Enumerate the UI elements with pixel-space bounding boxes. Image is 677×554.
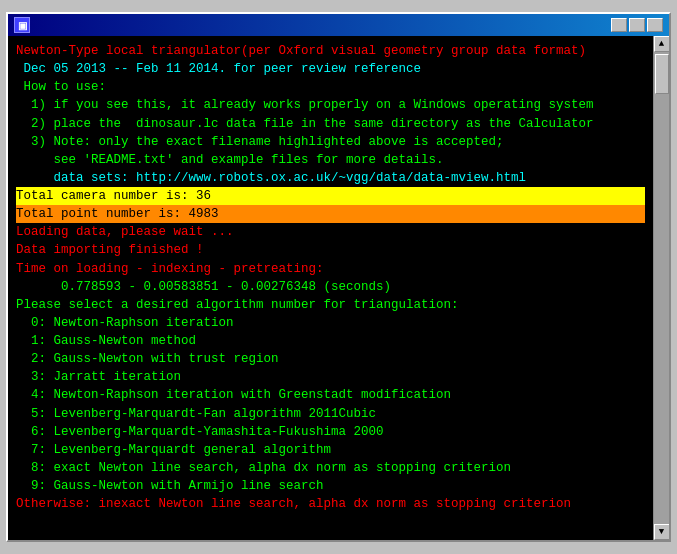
terminal-line: Please select a desired algorithm number… [16, 296, 645, 314]
terminal-line: see 'README.txt' and example files for m… [16, 151, 645, 169]
maximize-button[interactable] [629, 18, 645, 32]
terminal-line: 6: Levenberg-Marquardt-Yamashita-Fukushi… [16, 423, 645, 441]
title-bar-left: ▣ [14, 17, 34, 33]
terminal-line: Time on loading - indexing - pretreating… [16, 260, 645, 278]
scrollbar[interactable]: ▲ ▼ [653, 36, 669, 540]
terminal-line: 5: Levenberg-Marquardt-Fan algorithm 201… [16, 405, 645, 423]
minimize-button[interactable] [611, 18, 627, 32]
scroll-track[interactable] [654, 52, 669, 524]
terminal-line: 2) place the dinosaur.lc data file in th… [16, 115, 645, 133]
scroll-down-button[interactable]: ▼ [654, 524, 670, 540]
terminal-line: Newton-Type local triangulator(per Oxfor… [16, 42, 645, 60]
terminal-line: 2: Gauss-Newton with trust region [16, 350, 645, 368]
terminal-line: 7: Levenberg-Marquardt general algorithm [16, 441, 645, 459]
terminal-line: Otherwise: inexact Newton line search, a… [16, 495, 645, 513]
terminal-line: 0: Newton-Raphson iteration [16, 314, 645, 332]
scroll-thumb[interactable] [655, 54, 669, 94]
terminal-line: 3) Note: only the exact filename highlig… [16, 133, 645, 151]
terminal-line: 3: Jarratt iteration [16, 368, 645, 386]
content-area: Newton-Type local triangulator(per Oxfor… [8, 36, 669, 540]
terminal-line: Loading data, please wait ... [16, 223, 645, 241]
main-window: ▣ Newton-Type local triangulator(per Oxf… [6, 12, 671, 542]
terminal-line: Data importing finished ! [16, 241, 645, 259]
terminal-line: 0.778593 - 0.00583851 - 0.00276348 (seco… [16, 278, 645, 296]
close-button[interactable] [647, 18, 663, 32]
terminal-line: 4: Newton-Raphson iteration with Greenst… [16, 386, 645, 404]
terminal-line: data sets: http://www.robots.ox.ac.uk/~v… [16, 169, 645, 187]
terminal-line: 1) if you see this, it already works pro… [16, 96, 645, 114]
terminal-line: Total camera number is: 36 [16, 187, 645, 205]
app-icon: ▣ [14, 17, 30, 33]
title-controls [611, 18, 663, 32]
terminal-line: How to use: [16, 78, 645, 96]
scroll-up-button[interactable]: ▲ [654, 36, 670, 52]
title-bar: ▣ [8, 14, 669, 36]
terminal-line: 9: Gauss-Newton with Armijo line search [16, 477, 645, 495]
terminal-line: Total point number is: 4983 [16, 205, 645, 223]
terminal-line: 1: Gauss-Newton method [16, 332, 645, 350]
terminal-line: Dec 05 2013 -- Feb 11 2014. for peer rev… [16, 60, 645, 78]
terminal-output[interactable]: Newton-Type local triangulator(per Oxfor… [8, 36, 653, 540]
terminal-line: 8: exact Newton line search, alpha dx no… [16, 459, 645, 477]
